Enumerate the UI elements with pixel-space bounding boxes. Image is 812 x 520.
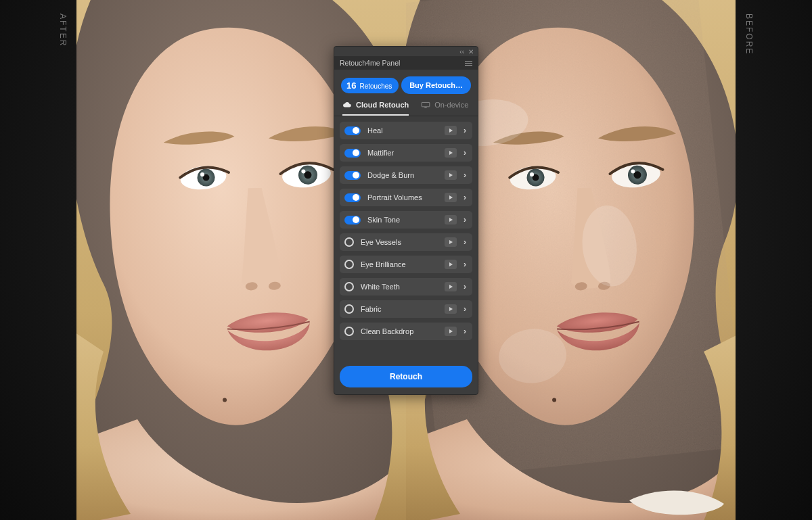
play-icon[interactable] [445, 237, 457, 247]
option-label: White Teeth [361, 283, 445, 291]
option-row-white-teeth: White Teeth› [340, 278, 472, 296]
play-icon[interactable] [445, 260, 457, 269]
close-icon[interactable]: ✕ [468, 48, 474, 55]
play-icon[interactable] [445, 170, 457, 180]
chevron-right-icon[interactable]: › [462, 260, 468, 269]
chevron-right-icon[interactable]: › [462, 215, 468, 224]
toggle-clean-backdrop[interactable] [344, 327, 354, 336]
option-row-mattifier: Mattifier› [340, 144, 472, 162]
chevron-right-icon[interactable]: › [462, 170, 468, 180]
option-row-skin-tone: Skin Tone› [340, 211, 472, 229]
option-row-heal: Heal› [340, 122, 472, 139]
cloud-icon [342, 101, 352, 109]
option-label: Clean Backdrop [361, 327, 445, 335]
chevron-right-icon[interactable]: › [462, 237, 468, 247]
retouch-button[interactable]: Retouch [340, 366, 472, 387]
tab-cloud-retouch[interactable]: Cloud Retouch [342, 101, 409, 116]
toggle-eye-brilliance[interactable] [344, 260, 354, 269]
panel-title: Retouch4me Panel [340, 59, 400, 67]
toggle-white-teeth[interactable] [344, 282, 354, 291]
toggle-dodge-burn[interactable] [344, 171, 361, 180]
chevron-right-icon[interactable]: › [462, 327, 468, 336]
option-row-clean-backdrop: Clean Backdrop› [340, 323, 472, 340]
chevron-right-icon[interactable]: › [462, 304, 468, 314]
option-row-eye-brilliance: Eye Brilliance› [340, 256, 472, 273]
option-label: Dodge & Burn [367, 171, 445, 179]
tab-on-device[interactable]: On-device [421, 101, 468, 116]
retouch-count-label: Retouches [359, 82, 392, 90]
option-row-eye-vessels: Eye Vessels› [340, 233, 472, 251]
toggle-heal[interactable] [344, 126, 361, 135]
toggle-fabric[interactable] [344, 304, 354, 314]
play-icon[interactable] [445, 215, 457, 224]
retouch-panel: ‹‹ ✕ Retouch4me Panel 16 Retouches Buy R… [334, 46, 478, 395]
play-icon[interactable] [445, 282, 457, 291]
chevron-right-icon[interactable]: › [462, 148, 468, 158]
panel-menu-icon[interactable] [465, 61, 472, 66]
svg-rect-28 [424, 107, 427, 108]
panel-titlebar: Retouch4me Panel [334, 56, 478, 70]
panel-header: 16 Retouches Buy Retouch… [334, 70, 478, 98]
option-row-fabric: Fabric› [340, 300, 472, 318]
retouch-counter: 16 Retouches [341, 78, 399, 93]
buy-button[interactable]: Buy Retouch… [401, 76, 471, 94]
retouch-count-value: 16 [346, 80, 356, 91]
option-label: Eye Vessels [361, 238, 445, 246]
toggle-portrait-volumes[interactable] [344, 193, 361, 202]
option-label: Skin Tone [367, 216, 445, 224]
chevron-right-icon[interactable]: › [462, 193, 468, 202]
tab-cloud-label: Cloud Retouch [356, 101, 409, 109]
play-icon[interactable] [445, 327, 457, 336]
toggle-mattifier[interactable] [344, 149, 361, 158]
option-row-portrait-volumes: Portrait Volumes› [340, 189, 472, 206]
options-list: Heal›Mattifier›Dodge & Burn›Portrait Vol… [334, 116, 478, 340]
collapse-icon[interactable]: ‹‹ [459, 48, 464, 55]
panel-window-controls: ‹‹ ✕ [334, 47, 478, 56]
mode-tabs: Cloud Retouch On-device [334, 98, 478, 116]
play-icon[interactable] [445, 304, 457, 314]
option-label: Eye Brilliance [361, 260, 445, 268]
play-icon[interactable] [445, 148, 457, 158]
option-label: Portrait Volumes [367, 193, 445, 202]
option-label: Mattifier [367, 149, 445, 157]
tab-device-label: On-device [434, 101, 468, 109]
toggle-skin-tone[interactable] [344, 216, 361, 224]
play-icon[interactable] [445, 126, 457, 135]
after-label: AFTER [58, 14, 68, 47]
option-label: Fabric [361, 305, 445, 313]
before-label: BEFORE [744, 14, 754, 55]
chevron-right-icon[interactable]: › [462, 126, 468, 135]
play-icon[interactable] [445, 193, 457, 202]
chevron-right-icon[interactable]: › [462, 282, 468, 291]
option-row-dodge-burn: Dodge & Burn› [340, 166, 472, 184]
svg-rect-27 [422, 102, 430, 106]
option-label: Heal [367, 126, 445, 135]
toggle-eye-vessels[interactable] [344, 237, 354, 247]
monitor-icon [421, 101, 430, 109]
